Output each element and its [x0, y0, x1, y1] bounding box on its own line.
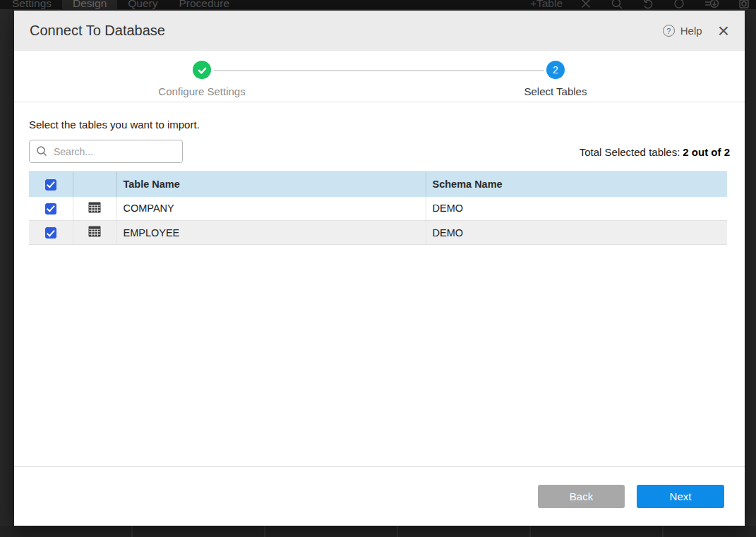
- search-input[interactable]: [29, 140, 183, 163]
- next-button[interactable]: Next: [637, 485, 724, 508]
- tables-list: Table Name Schema Name COMPANY DEMO EMPL…: [29, 171, 727, 245]
- close-icon: [580, 0, 592, 9]
- help-label: Help: [680, 25, 702, 37]
- column-header-table-name: Table Name: [116, 172, 426, 197]
- table-grid-icon: [88, 202, 101, 215]
- camera-icon: [738, 0, 750, 9]
- step-label: Configure Settings: [131, 85, 272, 97]
- dialog-title: Connect To Database: [30, 23, 165, 39]
- row-checkbox[interactable]: [45, 203, 56, 215]
- close-icon[interactable]: ×: [718, 24, 729, 38]
- undo-icon: [642, 0, 654, 9]
- background-topbar: Settings Design Query Procedure +Table: [0, 0, 756, 9]
- select-all-checkbox[interactable]: [45, 179, 56, 191]
- table-name-cell: EMPLOYEE: [116, 221, 426, 245]
- column-header-schema-name: Schema Name: [426, 172, 727, 197]
- stepper: Configure Settings 2 Select Tables: [14, 51, 745, 102]
- connect-to-database-dialog: Connect To Database ? Help × Configure S…: [14, 11, 745, 526]
- search-icon: [36, 145, 48, 157]
- background-bottombar: [0, 526, 756, 537]
- search-box: [29, 140, 183, 163]
- selected-tables-summary: Total Selected tables:2 out of 2: [580, 146, 730, 163]
- table-header-row: Table Name Schema Name: [29, 172, 727, 197]
- tab-settings: Settings: [1, 0, 62, 9]
- schema-name-cell: DEMO: [426, 197, 727, 221]
- row-checkbox[interactable]: [45, 227, 56, 239]
- table-row[interactable]: EMPLOYEE DEMO: [29, 221, 727, 245]
- help-button[interactable]: ? Help: [663, 25, 702, 37]
- redo-icon: [673, 0, 685, 9]
- dialog-content: Select the tables you want to import. To…: [14, 102, 745, 245]
- step-select-tables[interactable]: 2 Select Tables: [485, 61, 626, 97]
- step-complete-check-icon: [193, 61, 211, 79]
- export-icon: [704, 0, 719, 9]
- tab-design: Design: [62, 0, 117, 9]
- add-table-button: +Table: [530, 0, 563, 9]
- table-grid-icon: [88, 226, 101, 239]
- dialog-header: Connect To Database ? Help ×: [14, 11, 745, 51]
- step-number-badge: 2: [546, 61, 565, 79]
- tab-query: Query: [117, 0, 168, 9]
- summary-label: Total Selected tables:: [580, 146, 680, 158]
- dialog-footer: Back Next: [14, 466, 745, 526]
- tab-procedure: Procedure: [168, 0, 240, 9]
- step-configure-settings[interactable]: Configure Settings: [131, 61, 272, 97]
- table-name-cell: COMPANY: [116, 197, 426, 221]
- icon-column-header: [73, 172, 116, 197]
- table-row[interactable]: COMPANY DEMO: [29, 197, 727, 221]
- instruction-text: Select the tables you want to import.: [29, 119, 730, 131]
- schema-name-cell: DEMO: [426, 221, 727, 245]
- help-question-icon: ?: [663, 25, 675, 37]
- step-label: Select Tables: [485, 85, 626, 97]
- back-button[interactable]: Back: [538, 485, 625, 508]
- summary-value: 2 out of 2: [683, 146, 730, 158]
- zoom-icon: [611, 0, 623, 9]
